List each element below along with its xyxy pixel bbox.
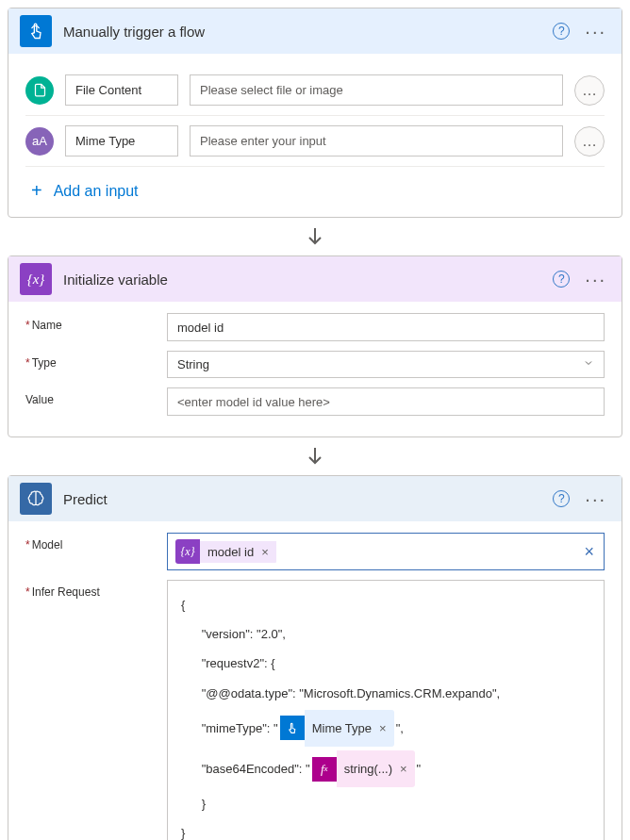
add-input-button[interactable]: + Add an input — [25, 167, 605, 206]
predict-header[interactable]: Predict ? ··· — [8, 476, 622, 521]
predict-body: *Model {x} model id× × *Infer Request { … — [8, 521, 622, 840]
clear-input-button[interactable]: × — [580, 542, 598, 562]
text-icon: aA — [25, 127, 54, 156]
more-menu-button[interactable]: ··· — [581, 21, 610, 42]
file-content-label[interactable]: File Content — [65, 74, 178, 106]
infer-request-input[interactable]: { "version": "2.0", "requestv2": { "@@od… — [167, 580, 605, 840]
token-remove-button[interactable]: × — [261, 545, 269, 559]
model-input[interactable]: {x} model id× × — [167, 533, 605, 570]
model-field-row: *Model {x} model id× × — [25, 533, 605, 570]
brain-icon — [20, 483, 52, 515]
token-remove-button[interactable]: × — [400, 754, 407, 783]
variable-token-icon: {x} — [175, 539, 200, 564]
type-select[interactable]: String — [167, 351, 605, 378]
help-icon[interactable]: ? — [553, 490, 570, 507]
value-input[interactable]: <enter model id value here> — [167, 387, 605, 416]
finger-tap-icon — [20, 15, 52, 47]
type-value: String — [177, 357, 209, 371]
name-label: *Name — [25, 313, 167, 332]
file-content-input[interactable]: Please select file or image — [190, 74, 563, 106]
trigger-header[interactable]: Manually trigger a flow ? ··· — [8, 8, 622, 54]
variable-title: Initialize variable — [63, 272, 553, 288]
file-icon — [25, 76, 54, 105]
mime-type-token[interactable]: Mime Type× — [280, 710, 394, 747]
model-id-token[interactable]: {x} model id× — [175, 539, 276, 564]
more-menu-button[interactable]: ··· — [581, 269, 610, 290]
json-line: { — [181, 590, 590, 619]
predict-title: Predict — [63, 491, 553, 507]
name-input[interactable]: model id — [167, 313, 605, 341]
input-row-file: File Content Please select file or image… — [25, 65, 605, 116]
trigger-title: Manually trigger a flow — [63, 24, 553, 40]
value-label: Value — [25, 387, 167, 406]
mime-type-label[interactable]: Mime Type — [65, 125, 178, 156]
expression-token[interactable]: fx string(...)× — [312, 750, 415, 787]
json-line: } — [181, 789, 590, 818]
chevron-down-icon — [583, 357, 594, 371]
input-row-mime: aA Mime Type Please enter your input … — [25, 116, 605, 167]
trigger-body: File Content Please select file or image… — [8, 54, 622, 217]
mime-type-input[interactable]: Please enter your input — [190, 125, 563, 156]
trigger-card: Manually trigger a flow ? ··· File Conte… — [8, 8, 622, 218]
add-input-label: Add an input — [54, 183, 139, 200]
help-icon[interactable]: ? — [553, 271, 570, 288]
json-line: "version": "2.0", — [181, 619, 590, 649]
variable-icon: {x} — [20, 263, 52, 295]
finger-tap-icon — [280, 716, 305, 740]
json-line: } — [181, 818, 590, 840]
variable-body: *Name model id *Type String Value <enter… — [8, 302, 622, 436]
more-menu-button[interactable]: ··· — [581, 488, 610, 510]
row-more-button[interactable]: … — [574, 75, 605, 106]
row-more-button[interactable]: … — [574, 126, 605, 156]
infer-field-row: *Infer Request { "version": "2.0", "requ… — [25, 580, 605, 840]
json-line: "requestv2": { — [181, 649, 590, 678]
json-line: "mimeType": " Mime Type× ", — [181, 708, 590, 749]
type-field-row: *Type String — [25, 351, 605, 378]
variable-card: {x} Initialize variable ? ··· *Name mode… — [8, 255, 622, 437]
predict-card: Predict ? ··· *Model {x} model id× × *In… — [8, 475, 622, 840]
model-label: *Model — [25, 533, 167, 552]
infer-label: *Infer Request — [25, 580, 167, 599]
name-field-row: *Name model id — [25, 313, 605, 341]
connector-arrow — [8, 218, 622, 255]
fx-icon: fx — [312, 757, 337, 782]
connector-arrow — [8, 437, 622, 475]
type-label: *Type — [25, 351, 167, 370]
plus-icon: + — [31, 180, 42, 202]
json-line: "@@odata.type": "Microsoft.Dynamics.CRM.… — [181, 679, 590, 708]
variable-header[interactable]: {x} Initialize variable ? ··· — [8, 256, 622, 302]
help-icon[interactable]: ? — [553, 23, 570, 40]
json-line: "base64Encoded": " fx string(...)× " — [181, 749, 590, 789]
token-remove-button[interactable]: × — [379, 714, 387, 743]
value-field-row: Value <enter model id value here> — [25, 387, 605, 416]
